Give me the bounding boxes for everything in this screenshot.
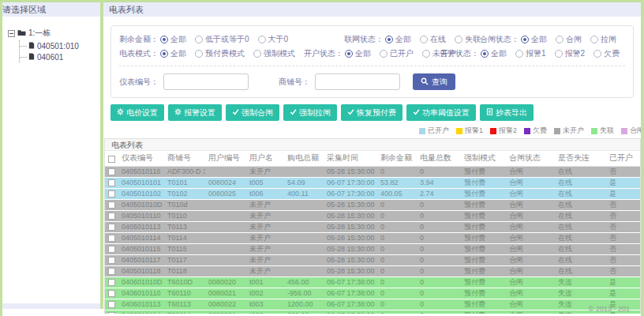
table-cell: 在线	[555, 166, 606, 177]
row-checkbox[interactable]	[108, 246, 115, 253]
radio-icon	[160, 50, 168, 58]
row-checkbox[interactable]	[108, 301, 115, 308]
legend-swatch	[554, 128, 560, 134]
table-cell: T0110	[164, 210, 205, 221]
table-cell: 0	[377, 166, 417, 177]
row-checkbox[interactable]	[108, 257, 115, 264]
row-checkbox-cell	[105, 276, 118, 288]
filter-label-switch-status: 合闸状态：	[480, 34, 519, 45]
query-button[interactable]: 查询	[413, 73, 455, 90]
radio-icon	[481, 50, 489, 58]
toolbar-button[interactable]: 功率阈值设置	[406, 104, 476, 121]
table-cell	[284, 221, 324, 232]
legend-swatch	[591, 128, 597, 134]
row-checkbox[interactable]	[108, 290, 115, 297]
tree-item[interactable]: 040501:010	[20, 40, 97, 51]
tree-children: 040501:010040601	[19, 40, 97, 62]
row-checkbox[interactable]	[108, 268, 115, 275]
table-cell: 合闸	[506, 288, 555, 299]
filter-row: 剩余金额：全部低于或等于0大于0联网状态：全部在线失联合闸状态：全部合闸拉闸	[119, 32, 625, 47]
row-checkbox[interactable]	[108, 190, 115, 198]
row-checkbox[interactable]	[108, 279, 115, 286]
legend-item: 失联	[591, 126, 614, 136]
table-cell: 0	[417, 243, 461, 254]
table-cell: 0	[377, 210, 417, 221]
radio-icon	[555, 50, 563, 58]
toolbar-button[interactable]: 抄表导出	[480, 104, 534, 121]
table-header-row: 仪表编号商铺号用户编号用户名购电总额采集时间剩余金额电量总数强制模式合闸状态是否…	[105, 151, 641, 166]
radio-option[interactable]: 在线	[420, 34, 446, 45]
tree-root-node[interactable]: 1:一栋	[8, 28, 97, 39]
legend-label: 欠费	[533, 126, 547, 136]
radio-option[interactable]: 全部	[160, 48, 186, 59]
radio-option[interactable]: 报警1	[515, 48, 546, 59]
region-tree: 1:一栋 040501:010040601	[2, 17, 100, 62]
row-checkbox[interactable]	[108, 213, 115, 220]
radio-option[interactable]: 大于0	[258, 34, 289, 45]
radio-option[interactable]: 全部	[481, 48, 507, 59]
toolbar-button[interactable]: 恢复预付费	[341, 104, 402, 121]
table-cell: 未开户	[246, 210, 284, 221]
legend-swatch	[621, 128, 627, 134]
table-cell: T60113	[164, 299, 205, 310]
radio-option[interactable]: 已开户	[380, 48, 414, 59]
gear-icon	[174, 108, 182, 117]
shop-no-input[interactable]	[315, 73, 400, 90]
tree-item[interactable]: 040601	[20, 51, 97, 62]
filter-group-remaining-amount: 剩余金额：全部低于或等于0大于0	[119, 34, 344, 45]
radio-option[interactable]: 预付费模式	[195, 48, 245, 59]
table-cell	[284, 210, 324, 221]
table-cell	[205, 221, 246, 232]
radio-option[interactable]: 合闸	[556, 34, 582, 45]
table-cell: 失连	[555, 288, 606, 299]
radio-option[interactable]: 全部	[521, 34, 547, 45]
table-cell: 合闸	[506, 265, 555, 276]
radio-option[interactable]: 失联	[455, 34, 481, 45]
radio-option[interactable]: 全部	[160, 34, 186, 45]
table-cell: 0	[417, 254, 461, 265]
row-checkbox[interactable]	[108, 235, 115, 242]
table-cell: 在线	[555, 232, 606, 243]
row-checkbox[interactable]	[108, 179, 115, 186]
table-cell: 合闸	[506, 299, 555, 310]
table-cell: 3.94	[417, 177, 461, 188]
filter-row: 电表模式：全部预付费模式强制模式开户状态：全部已开户未开户告警状态：全部报警1报…	[119, 47, 625, 61]
radio-option[interactable]: 欠费	[593, 48, 620, 59]
table-row: 0405010115T0115未开户05-28 15:30:0000预付费合闸在…	[105, 243, 641, 254]
toolbar-button[interactable]: 强制拉闸	[283, 104, 337, 121]
table-cell: t006	[246, 188, 284, 199]
toolbar-button[interactable]: 电价设置	[110, 104, 164, 121]
table-cell: T0101	[164, 177, 205, 188]
legend-item: 合闸	[621, 126, 641, 136]
radio-option-label: 报警1	[526, 48, 546, 59]
filter-divider	[119, 66, 625, 66]
table-cell: 040501010D	[118, 199, 164, 210]
radio-option[interactable]: 报警2	[555, 48, 586, 59]
select-all-checkbox[interactable]	[108, 156, 115, 163]
row-checkbox[interactable]	[108, 312, 115, 314]
radio-option[interactable]: 全部	[345, 48, 371, 59]
toolbar-button[interactable]: 报警设置	[168, 104, 222, 121]
radio-icon	[422, 50, 430, 58]
table-cell: 05-28 15:30:00	[324, 254, 377, 265]
table-cell: 456.00	[284, 276, 324, 288]
radio-option[interactable]: 全部	[385, 34, 411, 45]
row-checkbox[interactable]	[108, 224, 115, 231]
table-cell: 预付费	[461, 265, 506, 276]
radio-option[interactable]: 拉闸	[590, 34, 616, 45]
meter-no-input[interactable]	[163, 73, 249, 90]
table-cell: 未开户	[246, 166, 284, 177]
toolbar-button[interactable]: 强制合闸	[226, 104, 279, 121]
radio-option[interactable]: 低于或等于0	[195, 34, 249, 45]
radio-option-label: 全部	[170, 34, 186, 45]
table-cell: T0113	[164, 221, 205, 232]
row-checkbox[interactable]	[108, 168, 115, 175]
sidebar-horizontal-scrollbar[interactable]	[2, 303, 100, 309]
table-title: 电表列表	[105, 139, 640, 151]
radio-option[interactable]: 强制模式	[253, 48, 295, 59]
table-cell: 合闸	[506, 276, 555, 288]
table-cell: 0	[417, 310, 461, 314]
tree-collapse-icon[interactable]	[8, 30, 15, 37]
table-cell: 失连	[555, 276, 606, 288]
row-checkbox[interactable]	[108, 201, 115, 209]
